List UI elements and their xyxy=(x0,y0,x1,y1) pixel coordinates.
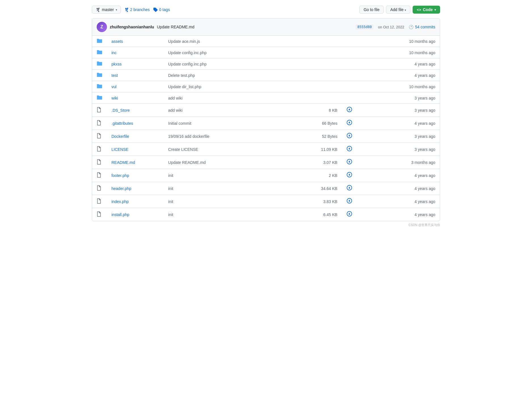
folder-icon xyxy=(97,61,102,66)
add-file-button[interactable]: Add file ▾ xyxy=(386,6,410,14)
file-size: 8 KB xyxy=(282,104,342,117)
table-row: .gitattributesInitial commit66 Bytes 4 y… xyxy=(92,117,440,130)
file-name-link[interactable]: footer.php xyxy=(111,173,129,178)
branch-selector[interactable]: master ▾ xyxy=(92,6,121,14)
branches-link[interactable]: 2 branches xyxy=(124,7,150,12)
file-age: 3 months ago xyxy=(357,156,440,169)
file-icon xyxy=(97,185,101,191)
file-name-link[interactable]: test xyxy=(111,73,118,78)
download-icon[interactable] xyxy=(347,134,352,140)
commit-message: Update README.md xyxy=(157,25,194,29)
file-size xyxy=(282,92,342,104)
file-icon xyxy=(97,107,101,113)
go-to-file-button[interactable]: Go to file xyxy=(359,6,384,14)
table-row: pkxssUpdate config.inc.php4 years ago xyxy=(92,58,440,70)
file-name-link[interactable]: Dockerfile xyxy=(111,134,129,139)
code-button[interactable]: <> Code ▾ xyxy=(413,6,440,14)
file-size xyxy=(282,58,342,70)
toolbar-right-actions: Go to file Add file ▾ <> Code ▾ xyxy=(359,6,440,14)
commit-msg-text: Delete test.php xyxy=(168,73,195,78)
table-row: install.phpinit6.45 KB 4 years ago xyxy=(92,208,440,221)
file-name-link[interactable]: .DS_Store xyxy=(111,108,130,113)
download-icon[interactable] xyxy=(347,121,352,126)
file-age: 3 years ago xyxy=(357,104,440,117)
commit-msg-link[interactable]: Update README.md xyxy=(168,160,206,165)
file-name-link[interactable]: README.md xyxy=(111,160,135,165)
commit-username[interactable]: zhuifengshaonianhanlu xyxy=(110,25,154,29)
table-row: LICENSECreate LICENSE11.09 KB 3 years ag… xyxy=(92,143,440,156)
file-size: 52 Bytes xyxy=(282,130,342,143)
download-icon[interactable] xyxy=(347,108,352,113)
commit-msg-link[interactable]: Create LICENSE xyxy=(168,147,198,152)
commit-header: Z zhuifengshaonianhanlu Update README.md… xyxy=(92,18,440,36)
history-icon: 🕐 xyxy=(409,25,413,29)
commit-msg-text: Update config.inc.php xyxy=(168,50,206,55)
download-icon[interactable] xyxy=(347,199,352,205)
file-icon xyxy=(97,172,101,178)
code-angle-brackets: <> xyxy=(417,8,421,12)
file-name-link[interactable]: wiki xyxy=(111,96,118,100)
file-name-link[interactable]: header.php xyxy=(111,186,131,191)
file-name-link[interactable]: install.php xyxy=(111,212,129,217)
branch-name: master xyxy=(102,7,114,12)
tag-icon xyxy=(153,7,158,12)
file-icon xyxy=(97,146,101,152)
commit-info: zhuifengshaonianhanlu Update README.md xyxy=(110,25,353,29)
file-table: assetsUpdate ace.min.js10 months agoincU… xyxy=(92,36,440,221)
branches-icon xyxy=(124,7,129,12)
commit-msg-text: Update dir_list.php xyxy=(168,84,201,89)
file-size: 2 KB xyxy=(282,169,342,182)
file-name-link[interactable]: .gitattributes xyxy=(111,121,133,126)
table-row: README.mdUpdate README.md3.07 KB 3 month… xyxy=(92,156,440,169)
repo-file-browser: Z zhuifengshaonianhanlu Update README.md… xyxy=(92,18,440,221)
toolbar: master ▾ 2 branches 0 tags Go to file Ad… xyxy=(92,6,440,14)
table-row: index.phpinit3.83 KB 4 years ago xyxy=(92,195,440,208)
tags-link[interactable]: 0 tags xyxy=(153,7,170,12)
folder-icon xyxy=(97,84,102,88)
file-name-link[interactable]: LICENSE xyxy=(111,147,128,152)
commit-msg-text: add wiki xyxy=(168,96,183,100)
download-icon[interactable] xyxy=(347,147,352,153)
commit-msg-text: add wiki xyxy=(168,108,183,113)
commit-msg-text: Update ace.min.js xyxy=(168,39,200,44)
commits-count[interactable]: 🕐 54 commits xyxy=(409,25,435,29)
file-size: 3.07 KB xyxy=(282,156,342,169)
branch-chevron: ▾ xyxy=(116,8,117,11)
download-icon[interactable] xyxy=(347,160,352,166)
commit-msg-text: init xyxy=(168,212,173,217)
file-icon xyxy=(97,159,101,165)
file-size xyxy=(282,47,342,58)
commit-msg-link[interactable]: 19/09/16 add dockerfile xyxy=(168,134,210,139)
file-name-link[interactable]: pkxss xyxy=(111,62,122,66)
download-icon[interactable] xyxy=(347,173,352,179)
file-age: 10 months ago xyxy=(357,81,440,92)
table-row: incUpdate config.inc.php10 months ago xyxy=(92,47,440,58)
commit-msg-link[interactable]: Initial commit xyxy=(168,121,191,126)
table-row: vulUpdate dir_list.php10 months ago xyxy=(92,81,440,92)
download-icon[interactable] xyxy=(347,212,352,218)
branch-icon xyxy=(96,7,100,12)
file-name-link[interactable]: vul xyxy=(111,84,117,89)
commit-right: 8555d80 on Oct 12, 2022 🕐 54 commits xyxy=(356,24,435,29)
file-icon xyxy=(97,198,101,204)
file-age: 3 years ago xyxy=(357,143,440,156)
table-row: footer.phpinit2 KB 4 years ago xyxy=(92,169,440,182)
file-icon xyxy=(97,133,101,139)
file-name-link[interactable]: inc xyxy=(111,50,117,55)
table-row: .DS_Storeadd wiki8 KB 3 years ago xyxy=(92,104,440,117)
file-age: 4 years ago xyxy=(357,70,440,81)
file-age: 3 years ago xyxy=(357,92,440,104)
file-age: 4 years ago xyxy=(357,169,440,182)
file-name-link[interactable]: assets xyxy=(111,39,123,44)
file-size xyxy=(282,36,342,47)
download-icon[interactable] xyxy=(347,186,352,192)
commit-hash[interactable]: 8555d80 xyxy=(356,24,373,29)
file-age: 4 years ago xyxy=(357,208,440,221)
file-icon xyxy=(97,211,101,217)
file-name-link[interactable]: index.php xyxy=(111,199,129,204)
file-size: 11.09 KB xyxy=(282,143,342,156)
file-size xyxy=(282,81,342,92)
file-size: 34.64 KB xyxy=(282,182,342,195)
avatar: Z xyxy=(97,22,107,32)
file-age: 4 years ago xyxy=(357,58,440,70)
